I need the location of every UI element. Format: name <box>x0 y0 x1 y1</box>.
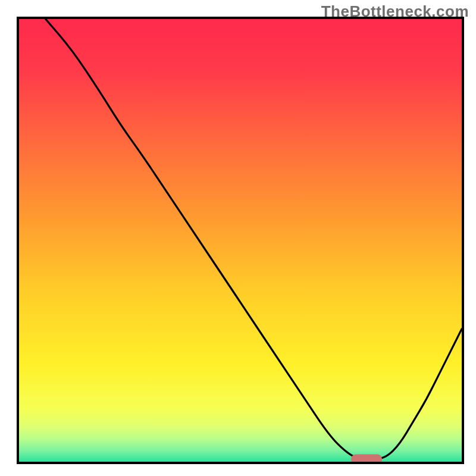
gradient-background <box>19 19 462 462</box>
plot-area <box>17 17 464 464</box>
optimum-marker <box>351 454 382 462</box>
chart-svg <box>19 19 462 462</box>
chart-frame: TheBottleneck.com <box>0 0 476 476</box>
watermark-text: TheBottleneck.com <box>321 2 469 21</box>
